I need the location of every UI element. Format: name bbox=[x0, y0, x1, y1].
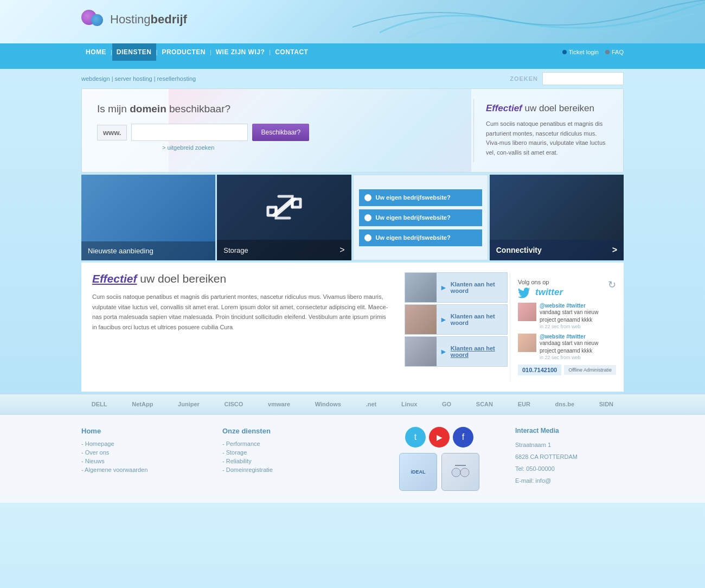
biz-item-2[interactable]: Uw eigen bedrijfswebsite? bbox=[359, 209, 482, 226]
footer-logos: iDEAL bbox=[399, 453, 479, 491]
feature-boxes: Nieuwste aanbieding Storage > bbox=[81, 175, 624, 260]
storage-label: Storage > bbox=[217, 240, 351, 260]
twitter-handle-1: @website #twitter bbox=[540, 303, 616, 309]
biz-dot-2 bbox=[364, 214, 371, 221]
volg-text: Volg ons op bbox=[518, 279, 563, 285]
check-domain-button[interactable]: Beschikbaar? bbox=[252, 124, 309, 141]
content-body: Cum sociis natoque penatibus et magnis d… bbox=[92, 292, 392, 333]
partners-inner: DELL NetApp Juniper CISCO vmware Windows… bbox=[70, 401, 634, 407]
partner-dell: DELL bbox=[92, 401, 107, 407]
partner-vmware: vmware bbox=[268, 401, 290, 407]
search-input[interactable] bbox=[542, 72, 624, 85]
ideal-logo: iDEAL bbox=[399, 453, 437, 491]
domain-question: Is mijn domein beschikbaar? bbox=[97, 103, 458, 115]
social-icons: t ▶ f bbox=[405, 427, 473, 448]
content-left: Effectief uw doel bereiken Cum sociis na… bbox=[81, 272, 402, 382]
feature-box-storage[interactable]: Storage > bbox=[217, 175, 351, 260]
footer-col-diensten: Onze diensten - Performance - Storage - … bbox=[222, 427, 363, 491]
testimonial-3[interactable]: ► Klanten aan het woord bbox=[405, 336, 508, 367]
twitter-bottom: 010.7142100 Offline Administratie bbox=[518, 365, 616, 375]
testimonial-1[interactable]: ► Klanten aan het woord bbox=[405, 272, 508, 303]
twitter-bird-icon bbox=[518, 286, 533, 298]
footer-col1-title: Home bbox=[81, 427, 222, 435]
twitter-msg-2: vandaag start van nieuw project genaamd … bbox=[540, 340, 616, 355]
logo-icon bbox=[81, 10, 106, 29]
feature-box-biz: Uw eigen bedrijfswebsite? Uw eigen bedri… bbox=[353, 175, 488, 260]
logo-text: Hostingbedrijf bbox=[110, 12, 187, 27]
footer-link-voorwaarden[interactable]: - Algemene voorwaarden bbox=[81, 466, 222, 473]
testimonials-column: ► Klanten aan het woord ► Klanten aan he… bbox=[402, 272, 510, 382]
extended-search-link[interactable]: > uitgebreid zoeken bbox=[162, 144, 458, 151]
hero-left: Is mijn domein beschikbaar? www. Beschik… bbox=[82, 89, 473, 172]
aanbieding-label: Nieuwste aanbieding bbox=[81, 241, 215, 260]
content-title: Effectief uw doel bereiken bbox=[92, 272, 392, 285]
testimonial-arrow-3: ► bbox=[437, 347, 451, 356]
footer: Home - Homepage - Over ons - Nieuws - Al… bbox=[0, 414, 705, 503]
connectivity-label: Connectivity > bbox=[490, 240, 624, 260]
social-facebook-icon[interactable]: f bbox=[453, 427, 473, 448]
www-label: www. bbox=[97, 125, 127, 140]
breadcrumb-bar: webdesign | server hosting | resellerhos… bbox=[70, 69, 634, 88]
nav-home[interactable]: HOME bbox=[81, 48, 111, 56]
domain-input[interactable] bbox=[131, 124, 248, 141]
partner-scan: SCAN bbox=[476, 401, 493, 407]
footer-link-performance[interactable]: - Performance bbox=[222, 440, 363, 447]
breadcrumb: webdesign | server hosting | resellerhos… bbox=[81, 75, 196, 82]
nav-faq[interactable]: FAQ bbox=[605, 49, 624, 55]
footer-inner: Home - Homepage - Over ons - Nieuws - Al… bbox=[70, 427, 634, 491]
logo-bedrijf: bedrijf bbox=[151, 12, 187, 26]
partner-linux: Linux bbox=[401, 401, 417, 407]
logo-bubble-right bbox=[91, 14, 103, 26]
biz-item-1[interactable]: Uw eigen bedrijfswebsite? bbox=[359, 189, 482, 206]
nav-contact[interactable]: CONTACT bbox=[271, 48, 312, 56]
social-youtube-icon[interactable]: ▶ bbox=[429, 427, 450, 448]
footer-link-reliability[interactable]: - Reliability bbox=[222, 458, 363, 464]
footer-col2-title: Onze diensten bbox=[222, 427, 363, 435]
hero-right: Effectief uw doel bereiken Cum sociis na… bbox=[474, 89, 623, 172]
social-twitter-icon[interactable]: t bbox=[405, 427, 426, 448]
footer-logo-2 bbox=[441, 453, 479, 491]
search-area: ZOEKEN bbox=[510, 72, 624, 85]
nav-producten[interactable]: PRODUCTEN bbox=[157, 48, 210, 56]
hero-effectief: Effectief bbox=[486, 103, 522, 113]
logo[interactable]: Hostingbedrijf bbox=[70, 0, 634, 29]
ticket-dot bbox=[562, 50, 567, 54]
testimonial-2[interactable]: ► Klanten aan het woord bbox=[405, 304, 508, 335]
offline-badge: Offline Administratie bbox=[564, 365, 616, 375]
twitter-badge: twitter bbox=[518, 286, 563, 298]
footer-link-domein[interactable]: - Domeinregistratie bbox=[222, 466, 363, 473]
refresh-icon[interactable]: ↻ bbox=[608, 279, 616, 291]
storage-arrows-icon bbox=[262, 188, 306, 226]
hero-right-title: Effectief uw doel bereiken bbox=[486, 103, 611, 114]
feature-box-aanbieding[interactable]: Nieuwste aanbieding bbox=[81, 175, 215, 260]
nav-triangle-container bbox=[0, 61, 705, 69]
testimonial-arrow-1: ► bbox=[437, 283, 451, 292]
footer-link-storage[interactable]: - Storage bbox=[222, 449, 363, 456]
twitter-word: twitter bbox=[535, 287, 563, 298]
twitter-item-1: @website #twitter vandaag start van nieu… bbox=[518, 303, 616, 329]
biz-item-3[interactable]: Uw eigen bedrijfswebsite? bbox=[359, 229, 482, 246]
twitter-header: Volg ons op twitter ↻ bbox=[518, 279, 616, 298]
nav-diensten[interactable]: DIENSTEN bbox=[112, 43, 156, 61]
nav-right: Ticket login FAQ bbox=[562, 49, 624, 55]
footer-link-nieuws[interactable]: - Nieuws bbox=[81, 458, 222, 464]
twitter-handle-2: @website #twitter bbox=[540, 334, 616, 340]
partner-netapp: NetApp bbox=[132, 401, 153, 407]
partner-windows: Windows bbox=[315, 401, 341, 407]
twitter-avatar-2 bbox=[518, 334, 536, 352]
footer-logo-icon bbox=[450, 463, 471, 482]
feature-box-connectivity[interactable]: Connectivity > bbox=[490, 175, 624, 260]
content-effectief: Effectief bbox=[92, 272, 137, 285]
hero-right-text: Cum sociis natoque penatibus et magnis d… bbox=[486, 119, 611, 157]
nav-bar: HOME | DIENSTEN | PRODUCTEN | WIE ZIJN W… bbox=[0, 43, 705, 69]
footer-link-overons[interactable]: - Over ons bbox=[81, 449, 222, 456]
partner-eur: EUR bbox=[518, 401, 530, 407]
nav-wie[interactable]: WIE ZIJN WIJ? bbox=[211, 48, 270, 56]
storage-arrows bbox=[217, 175, 351, 240]
svg-point-1 bbox=[460, 468, 469, 477]
faq-dot bbox=[605, 50, 610, 54]
nav-ticket-login[interactable]: Ticket login bbox=[562, 49, 599, 55]
twitter-content-2: @website #twitter vandaag start van nieu… bbox=[540, 334, 616, 360]
partners-bar: DELL NetApp Juniper CISCO vmware Windows… bbox=[0, 394, 705, 414]
footer-link-homepage[interactable]: - Homepage bbox=[81, 440, 222, 447]
